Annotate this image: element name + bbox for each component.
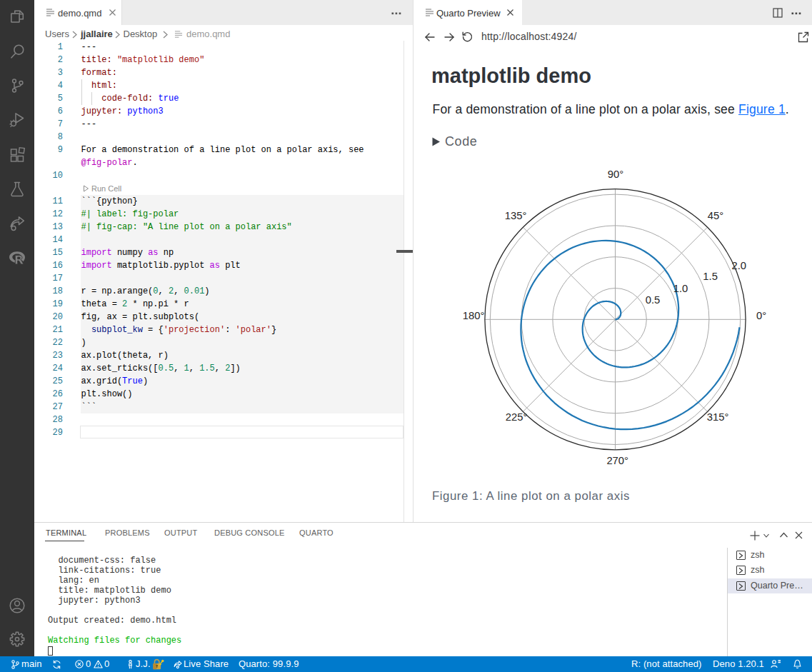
- svg-text:315°: 315°: [707, 411, 729, 423]
- svg-text:90°: 90°: [608, 169, 623, 180]
- svg-text:0.5: 0.5: [646, 294, 661, 306]
- svg-text:180°: 180°: [463, 310, 485, 321]
- svg-text:45°: 45°: [708, 210, 723, 221]
- svg-text:225°: 225°: [506, 411, 528, 423]
- svg-text:0°: 0°: [756, 310, 766, 321]
- svg-text:270°: 270°: [606, 455, 628, 466]
- svg-text:1.5: 1.5: [703, 271, 718, 282]
- svg-text:1.0: 1.0: [673, 283, 688, 294]
- svg-text:135°: 135°: [505, 210, 527, 221]
- svg-text:2.0: 2.0: [731, 260, 746, 271]
